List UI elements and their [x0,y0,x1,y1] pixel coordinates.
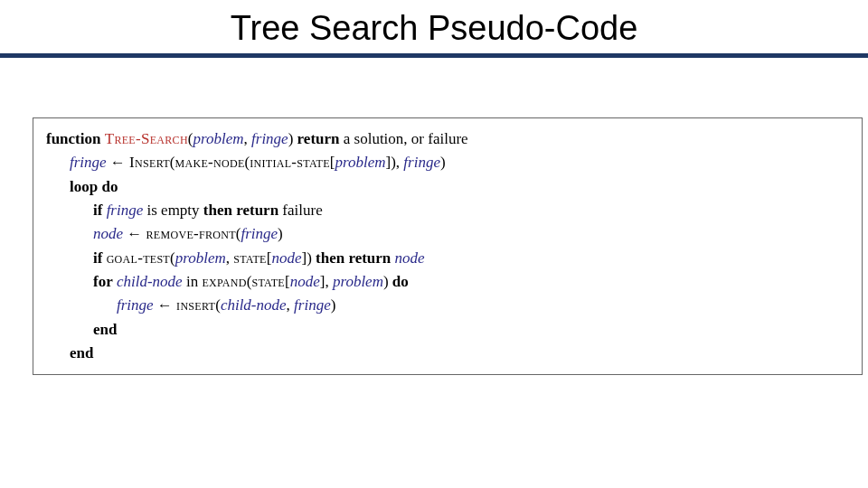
keyword-if: if [93,202,102,219]
text: failure [278,202,323,219]
smallcaps: initial-state [250,154,330,171]
bracket: ]) [301,249,316,267]
smallcaps: make-node [175,154,245,171]
title-underline [0,53,868,58]
keyword-for: for [93,273,113,290]
var: fringe [241,225,278,242]
keyword-if: if [93,249,102,267]
arrow: ← [154,296,177,314]
smallcaps: expand [202,273,246,290]
keyword-then-return: then return [316,249,391,267]
slide: Tree Search Pseudo-Code function Tree-Se… [0,0,868,488]
var: problem [335,154,386,171]
var: node [93,225,123,242]
smallcaps: insert [176,296,215,314]
var: fringe [107,202,144,219]
code-line: function Tree-Search(problem, fringe) re… [46,127,849,151]
code-line: fringe ← insert(child-node, fringe) [46,294,849,317]
text: a solution, or failure [340,130,468,147]
keyword-end: end [93,321,117,338]
paren: ) [383,273,392,290]
var: problem [175,249,226,267]
keyword-then-return: then return [203,202,278,219]
smallcaps: remove-front [146,225,236,242]
arrow: ← [107,154,130,171]
comma: , [226,249,234,267]
text: in [183,273,203,290]
var: node [290,273,320,290]
param: fringe [251,130,288,147]
paren: ) [288,130,297,147]
bracket: ], [320,273,333,290]
keyword-return: return [297,130,340,147]
bracket: ]), [386,154,404,171]
smallcaps: goal-test [107,249,170,267]
var: fringe [70,154,107,171]
smallcaps: state [251,273,285,290]
var: child-node [117,273,183,290]
keyword-do: do [392,273,409,290]
keyword-loop: loop do [70,178,118,195]
param: problem [193,130,244,147]
var: fringe [403,154,440,171]
comma: , [287,296,295,314]
func-name: Tree-Search [105,130,188,147]
var: problem [333,273,383,290]
paren: ) [331,296,336,314]
arrow: ← [123,225,146,242]
var: node [271,249,301,267]
var: fringe [294,296,331,314]
code-line: loop do [46,175,849,199]
comma: , [244,130,252,147]
code-line: end [46,318,849,342]
smallcaps: Insert [129,154,170,171]
var: fringe [117,296,154,314]
var: child-node [221,296,287,314]
keyword-function: function [46,130,100,147]
smallcaps: state [233,249,267,267]
keyword-end: end [70,344,93,361]
code-line: if goal-test(problem, state[node]) then … [46,247,849,270]
paren: ) [278,225,283,242]
text: is empty [143,202,203,219]
code-line: if fringe is empty then return failure [46,199,849,222]
code-line: for child-node in expand(state[node], pr… [46,270,849,294]
code-line: end [46,342,849,365]
var: node [395,249,425,267]
code-line: node ← remove-front(fringe) [46,222,849,246]
paren: ) [440,154,446,171]
pseudocode-box: function Tree-Search(problem, fringe) re… [33,117,863,375]
slide-title: Tree Search Pseudo-Code [0,0,868,48]
code-line: fringe ← Insert(make-node(initial-state[… [46,151,849,174]
